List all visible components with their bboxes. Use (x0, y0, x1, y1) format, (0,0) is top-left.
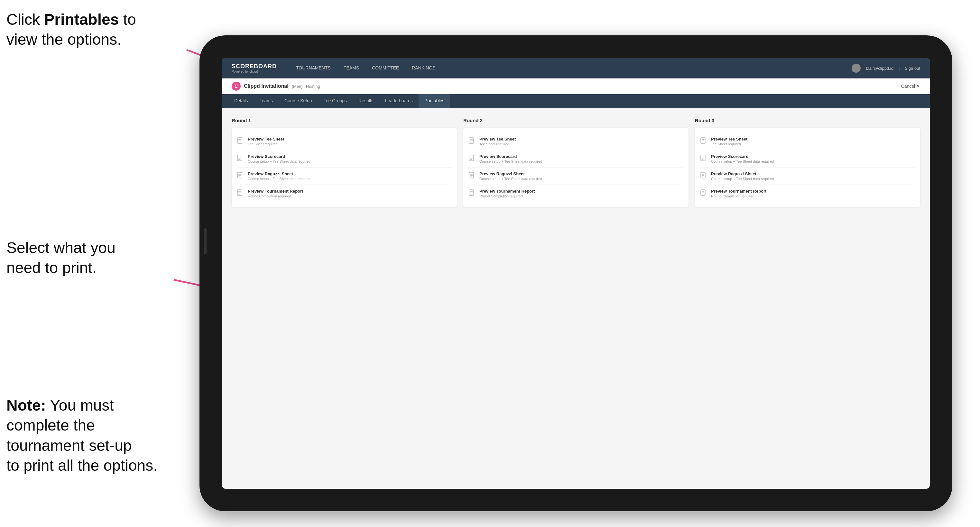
svg-rect-40 (701, 155, 705, 161)
round-2-tee-sheet-sub: Tee Sheet required (479, 142, 516, 146)
rounds-container: Round 1 Preview Tee Sheet Tee (232, 118, 920, 207)
annotation-top: Click Printables toview the options. (6, 10, 193, 50)
doc-icon-r3-1 (700, 137, 707, 146)
tab-leaderboards[interactable]: Leaderboards (379, 94, 418, 108)
svg-rect-16 (237, 190, 242, 195)
round-3-tee-sheet[interactable]: Preview Tee Sheet Tee Sheet required (700, 133, 915, 150)
round-3-tournament-report[interactable]: Preview Tournament Report Round Completi… (700, 185, 915, 202)
tab-tee-groups[interactable]: Tee Groups (318, 94, 353, 108)
round-2-tee-sheet[interactable]: Preview Tee Sheet Tee Sheet required (468, 133, 683, 150)
tablet-screen: SCOREBOARD Powered by clippd TOURNAMENTS… (222, 58, 930, 489)
svg-rect-24 (469, 155, 474, 161)
tournament-logo: C (232, 82, 241, 90)
annotation-bold-printables: Printables (44, 11, 119, 28)
svg-rect-48 (701, 190, 705, 195)
round-1-tee-sheet-sub: Tee Sheet required (248, 142, 284, 146)
round-3-scorecard-sub: Course setup + Tee Sheet data required (711, 159, 774, 163)
cancel-button[interactable]: Cancel ✕ (901, 84, 920, 89)
round-1-raguzzi[interactable]: Preview Raguzzi Sheet Course setup + Tee… (237, 168, 452, 185)
round-2-scorecard-title: Preview Scorecard (479, 154, 542, 159)
doc-icon-r2-4 (468, 189, 476, 198)
svg-rect-44 (701, 172, 705, 178)
doc-icon-r3-2 (700, 155, 707, 163)
round-1-report-text: Preview Tournament Report Round Completi… (248, 189, 303, 198)
svg-rect-8 (237, 155, 242, 161)
nav-items: TOURNAMENTS TEAMS COMMITTEE RANKINGS (290, 58, 852, 78)
round-1-tee-sheet-text: Preview Tee Sheet Tee Sheet required (248, 137, 284, 146)
round-3-scorecard-title: Preview Scorecard (711, 154, 774, 159)
svg-rect-28 (469, 172, 474, 178)
nav-sign-out[interactable]: Sign out (905, 66, 920, 71)
round-2-title: Round 2 (463, 118, 689, 123)
round-3-tee-sheet-sub: Tee Sheet required (711, 142, 748, 146)
round-3-title: Round 3 (695, 118, 920, 123)
round-2-report-title: Preview Tournament Report (479, 189, 535, 194)
round-2-tournament-report[interactable]: Preview Tournament Report Round Completi… (468, 185, 683, 202)
round-1-raguzzi-text: Preview Raguzzi Sheet Course setup + Tee… (248, 171, 310, 181)
doc-icon-r3-3 (700, 172, 707, 180)
tablet-side-button (204, 228, 207, 254)
round-1-scorecard-title: Preview Scorecard (248, 154, 310, 159)
annotation-mid: Select what youneed to print. (6, 238, 180, 278)
tournament-title: Clippd Invitational (244, 83, 289, 89)
tournament-name: C Clippd Invitational (Men) Hosting (232, 82, 320, 90)
nav-logo-title: SCOREBOARD (232, 63, 277, 70)
nav-right: blair@clippd.io | Sign out (852, 63, 920, 73)
nav-avatar (852, 63, 861, 73)
round-1-tee-sheet[interactable]: Preview Tee Sheet Tee Sheet required (237, 133, 452, 150)
nav-item-committee[interactable]: COMMITTEE (366, 58, 406, 78)
nav-item-teams[interactable]: TEAMS (337, 58, 366, 78)
doc-icon-r3-4 (700, 189, 707, 198)
document-icon-2 (237, 155, 244, 163)
round-3-scorecard[interactable]: Preview Scorecard Course setup + Tee She… (700, 150, 915, 168)
round-1-scorecard[interactable]: Preview Scorecard Course setup + Tee She… (237, 150, 452, 168)
round-3-card: Preview Tee Sheet Tee Sheet required (695, 128, 920, 207)
svg-rect-12 (237, 172, 242, 178)
round-3-raguzzi-sub: Course setup + Tee Sheet data required (711, 177, 774, 181)
round-2-scorecard-sub: Course setup + Tee Sheet data required (479, 159, 542, 163)
round-1-report-title: Preview Tournament Report (248, 189, 303, 194)
tournament-bar: C Clippd Invitational (Men) Hosting Canc… (222, 78, 930, 94)
document-icon-3 (237, 172, 244, 180)
nav-logo: SCOREBOARD Powered by clippd (232, 63, 277, 73)
annotation-bottom: Note: You mustcomplete thetournament set… (6, 395, 199, 476)
doc-icon-r2-1 (468, 137, 476, 146)
round-3-column: Round 3 Preview Tee Sheet Tee (695, 118, 920, 207)
nav-item-tournaments[interactable]: TOURNAMENTS (290, 58, 337, 78)
round-3-tee-sheet-title: Preview Tee Sheet (711, 137, 748, 141)
round-2-raguzzi[interactable]: Preview Raguzzi Sheet Course setup + Tee… (468, 168, 683, 185)
round-2-column: Round 2 Preview Tee Sheet Tee (463, 118, 689, 207)
tab-printables[interactable]: Printables (418, 94, 450, 108)
nav-bar: SCOREBOARD Powered by clippd TOURNAMENTS… (222, 58, 930, 78)
round-2-raguzzi-sub: Course setup + Tee Sheet data required (479, 177, 542, 181)
svg-rect-32 (469, 190, 474, 195)
nav-logo-sub: Powered by clippd (232, 70, 277, 73)
doc-icon-r2-2 (468, 155, 476, 163)
tournament-badge: (Men) (292, 84, 303, 89)
round-1-card: Preview Tee Sheet Tee Sheet required (232, 128, 457, 207)
round-2-scorecard[interactable]: Preview Scorecard Course setup + Tee She… (468, 150, 683, 168)
round-1-scorecard-text: Preview Scorecard Course setup + Tee She… (248, 154, 310, 163)
round-1-raguzzi-sub: Course setup + Tee Sheet data required (248, 177, 310, 181)
nav-item-rankings[interactable]: RANKINGS (406, 58, 442, 78)
round-1-tournament-report[interactable]: Preview Tournament Report Round Completi… (237, 185, 452, 202)
round-2-raguzzi-title: Preview Raguzzi Sheet (479, 171, 542, 176)
doc-icon-r2-3 (468, 172, 476, 180)
sub-nav: Details Teams Course Setup Tee Groups Re… (222, 94, 930, 108)
svg-rect-4 (237, 138, 242, 143)
tab-course-setup[interactable]: Course Setup (278, 94, 318, 108)
round-1-title: Round 1 (232, 118, 457, 123)
tab-results[interactable]: Results (353, 94, 379, 108)
round-1-column: Round 1 Preview Tee Sheet Tee (232, 118, 457, 207)
svg-rect-36 (701, 138, 705, 143)
tab-details[interactable]: Details (228, 94, 254, 108)
round-1-tee-sheet-title: Preview Tee Sheet (248, 137, 284, 141)
svg-rect-20 (469, 138, 474, 143)
document-icon (237, 137, 244, 146)
round-1-raguzzi-title: Preview Raguzzi Sheet (248, 171, 310, 176)
tab-teams[interactable]: Teams (254, 94, 278, 108)
nav-separator: | (899, 66, 900, 71)
round-2-report-sub: Round Completion required (479, 194, 535, 198)
tablet-frame: SCOREBOARD Powered by clippd TOURNAMENTS… (199, 35, 952, 511)
round-3-raguzzi[interactable]: Preview Raguzzi Sheet Course setup + Tee… (700, 168, 915, 185)
